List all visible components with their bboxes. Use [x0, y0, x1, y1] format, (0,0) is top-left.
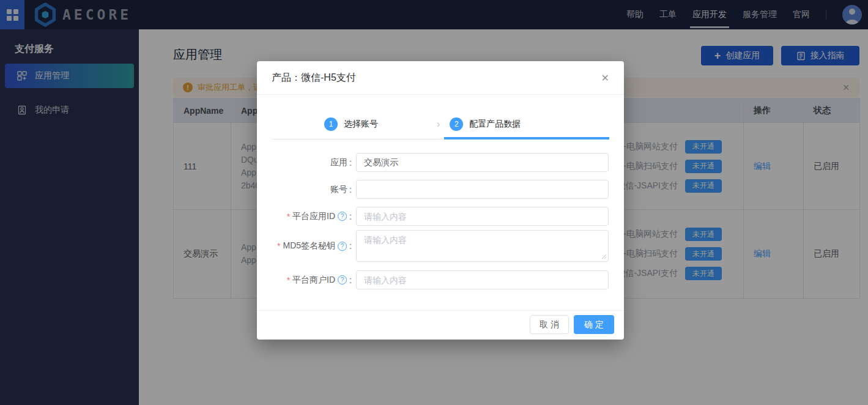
step-2-circle[interactable]: 2 [450, 117, 463, 131]
modal-title: 产品：微信-H5支付 [272, 72, 356, 84]
field-label: * 平台商户ID ? : [272, 270, 352, 289]
required-mark: * [287, 212, 290, 221]
field-label: * MD5签名秘钥 ? : [272, 230, 352, 262]
step-1-circle[interactable]: 1 [324, 117, 338, 131]
step-1-label[interactable]: 选择账号 [344, 119, 378, 130]
confirm-button[interactable]: 确 定 [574, 315, 614, 334]
question-circle-icon[interactable]: ? [338, 275, 347, 284]
required-mark: * [277, 241, 280, 251]
form-row-app: 应用: [272, 153, 609, 172]
md5-key-field[interactable] [356, 230, 609, 262]
platform-app-id-field[interactable] [356, 207, 609, 226]
modal-header: 产品：微信-H5支付 ✕ [257, 61, 624, 95]
resize-handle-icon [601, 254, 607, 259]
field-label: 应用: [272, 153, 352, 172]
required-mark: * [287, 275, 290, 285]
question-circle-icon[interactable]: ? [338, 212, 347, 221]
platform-merchant-id-field[interactable] [356, 270, 609, 289]
form-row-account: 账号: [272, 180, 609, 199]
steps-active-bar [444, 137, 609, 139]
chevron-right-icon: › [437, 119, 440, 130]
form-row-platform-merchant-id: * 平台商户ID ? : [272, 270, 609, 289]
form-row-md5-key: * MD5签名秘钥 ? : [272, 230, 609, 262]
form-row-platform-app-id: * 平台应用ID ? : [272, 207, 609, 226]
account-field[interactable] [356, 180, 609, 199]
close-icon[interactable]: ✕ [601, 72, 609, 84]
field-label: * 平台应用ID ? : [272, 207, 352, 226]
wizard-steps: 1 选择账号 › 2 配置产品数据 [257, 117, 624, 131]
field-label: 账号: [272, 180, 352, 199]
footer-divider [257, 310, 624, 311]
question-circle-icon[interactable]: ? [338, 242, 347, 251]
cancel-button[interactable]: 取 消 [530, 315, 569, 334]
app-root: AECORE 帮助 工单 应用开发 服务管理 官网 支付服务 应用管理 [0, 0, 868, 405]
step-2-label[interactable]: 配置产品数据 [469, 119, 521, 130]
product-config-modal: 产品：微信-H5支付 ✕ 1 选择账号 › 2 配置产品数据 应用: 账号: [257, 61, 624, 340]
app-field[interactable] [356, 153, 609, 172]
